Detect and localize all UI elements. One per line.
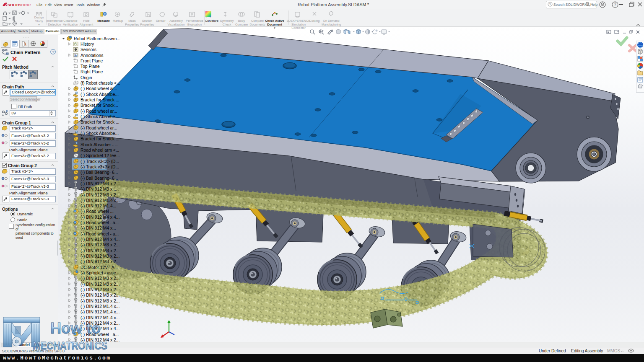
svg-text:WORKS: WORKS (18, 3, 31, 7)
svg-text:?: ? (549, 3, 551, 6)
svg-text:S: S (4, 3, 7, 7)
svg-text:?: ? (52, 50, 55, 54)
svg-text:MECHATRONICS: MECHATRONICS (33, 339, 107, 352)
svg-text:How to: How to (50, 320, 101, 337)
svg-text:?: ? (614, 2, 616, 7)
